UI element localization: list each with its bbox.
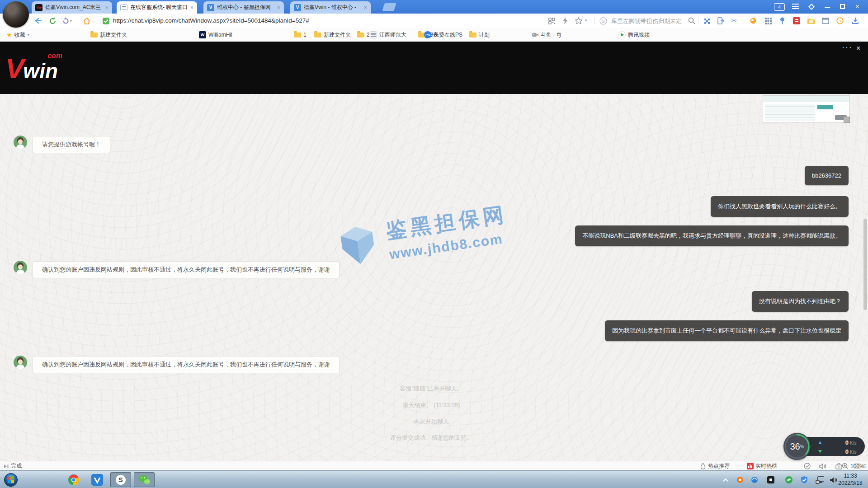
tab-close-icon[interactable]: × — [277, 5, 280, 10]
chat-close-icon[interactable]: × — [856, 44, 860, 52]
undo-button[interactable]: ▾ — [61, 15, 72, 26]
hot-rank-button[interactable]: 实时热榜 — [747, 461, 777, 471]
window-close-button[interactable]: × — [855, 2, 859, 10]
system-message-chat-end: 聊天结束。 (11:33:05) — [0, 401, 863, 409]
promo-icon[interactable] — [808, 4, 815, 10]
refresh-button[interactable] — [47, 15, 58, 26]
hot-recommend-button[interactable]: 热点推荐 — [700, 461, 730, 471]
toolbar-separator — [698, 17, 698, 25]
logo-win: wincom — [23, 59, 58, 83]
search-engine-icon[interactable]: S — [598, 15, 609, 26]
taskbar-s-app[interactable]: S — [110, 472, 131, 487]
bookmark-folder[interactable]: 新建文件夹 — [314, 28, 351, 42]
lookup-extension-icon[interactable] — [748, 15, 759, 26]
folder-extension-icon[interactable] — [806, 15, 816, 26]
bookmark-favorites[interactable]: ★ 收藏 ▾ — [6, 28, 29, 42]
window-extension-icon[interactable] — [820, 15, 831, 26]
thumbnail-corner-handle[interactable] — [844, 117, 850, 123]
tray-orange-icon[interactable] — [736, 476, 744, 484]
restart-chat-link[interactable]: 再次开始聊天 — [414, 418, 449, 425]
bookmark-folder[interactable]: 计划 — [469, 28, 490, 42]
windows-start-icon — [4, 473, 18, 487]
site-header: Vwincom ··· × — [0, 42, 868, 94]
new-tab-button[interactable] — [382, 3, 396, 11]
tencent-video-icon — [618, 31, 626, 38]
bookmark-williamhill[interactable]: WWilliamHil — [199, 28, 232, 42]
ps-icon: Ps — [424, 31, 431, 38]
tab-close-icon[interactable]: × — [363, 5, 367, 10]
thumb-band — [763, 96, 849, 102]
tab-chat-window[interactable]: 在线客服系统- 聊天窗口 × — [117, 1, 197, 14]
address-url[interactable]: https://chat.vip8vip.com/chatWindow.aspx… — [113, 17, 309, 24]
jhdb-favicon: V — [294, 4, 301, 11]
tab-vwin-home[interactable]: Vw 德赢Vwin.com_AC米兰 × — [32, 1, 112, 14]
taskbar-clock[interactable]: 11:33 2022/3/18 — [835, 472, 865, 487]
back-button[interactable] — [33, 15, 43, 26]
pin-extension-icon[interactable] — [777, 15, 788, 26]
menu-icon[interactable] — [792, 4, 799, 5]
page-scrollbar-thumb[interactable] — [863, 219, 867, 310]
bookmark-folder[interactable]: 新建文件夹 — [90, 28, 127, 42]
site-watermark: 鉴黑担保网 www.jhdb8.com — [333, 201, 511, 269]
search-icon[interactable] — [686, 15, 697, 26]
agent-avatar — [14, 356, 27, 369]
tab-close-icon[interactable]: × — [105, 5, 108, 10]
svg-text:S: S — [602, 19, 604, 23]
mute-speaker-button[interactable] — [819, 461, 826, 471]
bookmark-douyu[interactable]: 斗鱼 - 每 — [531, 28, 562, 42]
s-app-icon: S — [115, 474, 127, 486]
tray-security-shield-icon[interactable] — [800, 476, 808, 484]
start-button[interactable] — [2, 472, 20, 487]
puzzle-extension-icon[interactable] — [702, 15, 712, 26]
toolbox-button[interactable] — [835, 461, 842, 471]
show-hidden-icons-button[interactable] — [722, 476, 730, 484]
tab-rights-center[interactable]: V 维权中心 - 鉴黑担保网 × — [203, 1, 284, 14]
logo-com: com — [47, 52, 62, 60]
bookmark-label: 新建文件夹 — [324, 31, 351, 39]
taskbar-chrome[interactable] — [63, 472, 84, 487]
vwin-logo[interactable]: Vwincom — [5, 52, 58, 84]
screenshot-scissors-icon[interactable]: ✂ — [729, 15, 740, 26]
hot-rank-label: 实时热榜 — [755, 462, 777, 470]
site-security-icon[interactable] — [100, 15, 111, 26]
tray-black-icon[interactable] — [767, 476, 775, 484]
download-arrow-icon — [818, 450, 822, 453]
qr-code-icon[interactable] — [546, 15, 557, 26]
tab-vwin-rights[interactable]: V 德赢Vwin - 维权中心 - × — [290, 1, 371, 14]
taskbar-blue-app[interactable] — [87, 472, 108, 487]
minimize-button[interactable] — [825, 7, 830, 8]
tray-green-icon[interactable] — [785, 476, 793, 484]
security-check-button[interactable] — [804, 461, 811, 471]
thumb-accent — [817, 105, 833, 109]
download-manager-icon[interactable] — [850, 15, 861, 26]
clock-date: 2022/3/18 — [835, 479, 865, 487]
document-favicon — [120, 4, 127, 11]
login-door-icon[interactable] — [715, 15, 726, 26]
browser-account-avatar[interactable] — [3, 1, 29, 28]
tab-label: 德赢Vwin - 维权中心 - — [304, 4, 361, 11]
download-count-badge[interactable]: 4 — [774, 3, 785, 11]
grid-extension-icon[interactable] — [763, 15, 774, 26]
undo-dropdown-icon[interactable]: ▾ — [70, 19, 72, 23]
history-clock-icon[interactable] — [835, 15, 845, 26]
bookmark-folder[interactable]: 1 — [294, 28, 307, 42]
favorites-dropdown-icon[interactable]: ▾ — [585, 18, 587, 23]
tab-close-icon[interactable]: × — [190, 5, 193, 10]
accelerator-icon[interactable] — [560, 15, 571, 26]
red-extension-icon[interactable] — [791, 15, 802, 26]
maximize-button[interactable] — [840, 4, 845, 9]
bookmark-jxnu[interactable]: 江西师范大 — [370, 28, 406, 42]
favorite-star-icon[interactable] — [573, 15, 584, 26]
toolbar-separator — [594, 17, 594, 25]
bookmark-tencent-video[interactable]: 腾讯视频 - — [618, 28, 653, 42]
image-message-thumbnail[interactable] — [763, 95, 850, 123]
more-options-icon[interactable]: ··· — [842, 42, 853, 52]
bookmark-label: 江西师范大 — [379, 31, 406, 39]
taskbar-wechat[interactable] — [134, 472, 155, 487]
tray-blue-icon[interactable] — [750, 476, 759, 484]
search-input[interactable]: 库里左脚韧带扭伤归期未定 — [611, 17, 682, 25]
zoom-control[interactable]: 100% — [842, 461, 864, 471]
bookmark-online-ps[interactable]: Ps 免费在线PS — [424, 28, 462, 42]
tray-network-icon[interactable] — [816, 476, 824, 484]
home-button[interactable] — [81, 15, 92, 26]
